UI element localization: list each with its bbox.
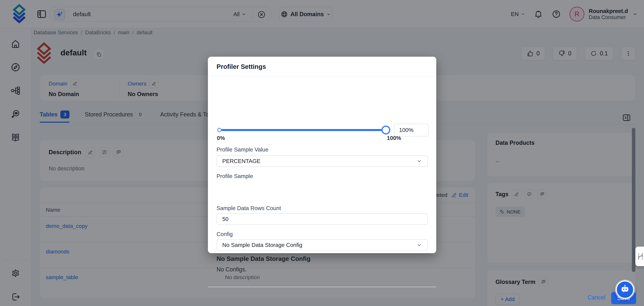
- feedback-side-tab[interactable]: [635, 247, 644, 266]
- rows-count-input[interactable]: [216, 213, 428, 225]
- slider-min-label: 0%: [217, 135, 225, 141]
- rows-count-label: Sample Data Rows Count: [216, 205, 281, 211]
- profile-sample-label: Profile Sample: [216, 173, 253, 179]
- profile-sample-value-selected: PERCENTAGE: [222, 158, 260, 164]
- chevron-down-icon: [416, 242, 422, 248]
- profile-sample-value-label: Profile Sample Value: [216, 146, 268, 153]
- cancel-button[interactable]: Cancel: [588, 294, 606, 301]
- profile-sample-value-select[interactable]: PERCENTAGE: [216, 155, 428, 167]
- slider-start-dot: [217, 128, 222, 132]
- chatbot-button[interactable]: [616, 280, 634, 299]
- slider-max-label: 100%: [387, 135, 401, 141]
- modal-title: Profiler Settings: [216, 63, 266, 70]
- profile-sample-percent-input[interactable]: [394, 124, 428, 136]
- config-select[interactable]: No Sample Data Storage Config: [216, 239, 428, 251]
- profiler-settings-modal: Profiler Settings Profile Sample Value P…: [208, 57, 436, 253]
- robot-icon: [619, 284, 631, 295]
- profile-sample-slider[interactable]: [218, 129, 386, 131]
- config-label: Config: [216, 231, 233, 237]
- chevron-down-icon: [416, 158, 422, 164]
- slider-handle[interactable]: [381, 126, 390, 135]
- side-tab-logo: [636, 252, 644, 260]
- modal-header-divider: [208, 76, 436, 76]
- config-selected: No Sample Data Storage Config: [222, 242, 302, 248]
- no-config-heading: No Sample Data Storage Config: [216, 255, 310, 262]
- app-root: All All Domains EN: [0, 0, 644, 306]
- modal-footer-divider: [208, 287, 436, 287]
- no-config-text: No Configs.: [216, 266, 246, 273]
